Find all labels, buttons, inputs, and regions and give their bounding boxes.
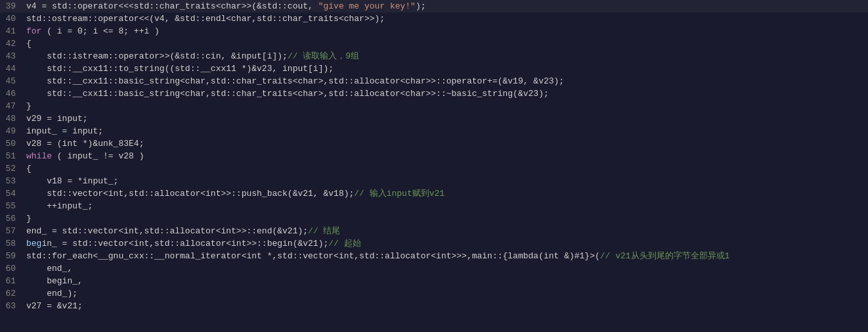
table-row: 44 std::__cxx11::to_string((std::__cxx11… (0, 62, 868, 75)
str-token: "give me your key!" (318, 1, 416, 11)
line-number: 61 (0, 275, 24, 287)
line-content: begin_, (24, 275, 868, 287)
table-row: 52{ (0, 162, 868, 175)
plain-token: } (26, 101, 32, 111)
kw-token: while (26, 151, 52, 161)
line-number: 46 (0, 87, 24, 100)
line-number: 58 (0, 237, 24, 250)
line-number: 60 (0, 262, 24, 275)
line-number: 49 (0, 125, 24, 137)
line-number: 56 (0, 212, 24, 225)
table-row: 41for ( i = 0; i <= 8; ++i ) (0, 25, 868, 37)
plain-token: std::ostream::operator<<(v4, &std::endl<… (26, 14, 385, 24)
line-number: 40 (0, 12, 24, 25)
line-content: v18 = *input_; (24, 175, 868, 187)
kw-token: for (26, 26, 41, 36)
plain-token: ( (41, 26, 56, 36)
code-viewer: 39v4 = std::operator<<<std::char_traits<… (0, 0, 868, 332)
line-content: end_); (24, 287, 868, 300)
line-number: 59 (0, 250, 24, 262)
line-number: 55 (0, 200, 24, 212)
table-row: 46 std::__cxx11::basic_string<char,std::… (0, 87, 868, 100)
line-content: v27 = &v21; (24, 300, 868, 312)
table-row: 43 std::istream::operator>>(&std::cin, &… (0, 50, 868, 62)
line-content: input_ = input; (24, 125, 868, 137)
line-number: 47 (0, 100, 24, 112)
line-content: { (24, 162, 868, 175)
table-row: 39v4 = std::operator<<<std::char_traits<… (0, 0, 868, 12)
table-row: 47} (0, 100, 868, 112)
plain-token: v28 = (int *)&unk_83E4; (26, 139, 144, 149)
table-row: 49input_ = input; (0, 125, 868, 137)
line-content: v29 = input; (24, 112, 868, 125)
cmt-cn-token: // 输入input赋到v21 (354, 189, 445, 199)
plain-token: ( input_ != v28 ) (52, 151, 144, 161)
plain-token: { (26, 39, 32, 49)
plain-token: std::istream::operator>>(&std::cin, &inp… (26, 51, 288, 61)
line-content: { (24, 37, 868, 50)
line-content: std::vector<int,std::allocator<int>>::pu… (24, 187, 868, 200)
plain-token: i = 0; i <= 8; ++i ) (57, 26, 160, 36)
table-row: 40std::ostream::operator<<(v4, &std::end… (0, 12, 868, 25)
table-row: 45 std::__cxx11::basic_string<char,std::… (0, 75, 868, 87)
line-content: end_ = std::vector<int,std::allocator<in… (24, 225, 868, 237)
cmt-cn-token: // 读取输入，9组 (288, 51, 359, 61)
table-row: 51while ( input_ != v28 ) (0, 150, 868, 162)
table-row: 61 begin_, (0, 275, 868, 287)
line-content: std::ostream::operator<<(v4, &std::endl<… (24, 12, 868, 25)
table-row: 55 ++input_; (0, 200, 868, 212)
line-number: 57 (0, 225, 24, 237)
plain-token: std::__cxx11::basic_string<char,std::cha… (26, 76, 564, 86)
line-content: ++input_; (24, 200, 868, 212)
table-row: 62 end_); (0, 287, 868, 300)
plain-token: in_ = std::vector<int,std::allocator<int… (41, 239, 328, 249)
line-content: std::__cxx11::basic_string<char,std::cha… (24, 87, 868, 100)
cmt-cn-token: // 结尾 (308, 226, 340, 236)
line-content: } (24, 212, 868, 225)
line-number: 53 (0, 175, 24, 187)
plain-token: v27 = &v21; (26, 301, 83, 311)
line-content: std::__cxx11::basic_string<char,std::cha… (24, 75, 868, 87)
line-number: 39 (0, 0, 24, 12)
cmt-cn-token: // v21从头到尾的字节全部异或1 (600, 251, 730, 261)
plain-token: v18 = *input_; (26, 176, 118, 186)
plain-token: std::__cxx11::basic_string<char,std::cha… (26, 89, 549, 99)
table-row: 58begin_ = std::vector<int,std::allocato… (0, 237, 868, 250)
plain-token: std::for_each<__gnu_cxx::__normal_iterat… (26, 251, 600, 261)
line-content: end_, (24, 262, 868, 275)
line-number: 41 (0, 25, 24, 37)
line-number: 51 (0, 150, 24, 162)
line-number: 44 (0, 62, 24, 75)
table-row: 56} (0, 212, 868, 225)
line-number: 43 (0, 50, 24, 62)
plain-token: ); (416, 1, 426, 11)
plain-token: end_); (26, 289, 77, 298)
line-number: 62 (0, 287, 24, 300)
line-number: 54 (0, 187, 24, 200)
line-number: 45 (0, 75, 24, 87)
plain-token: ++input_; (26, 201, 93, 211)
line-content: v28 = (int *)&unk_83E4; (24, 137, 868, 150)
line-number: 52 (0, 162, 24, 175)
table-row: 60 end_, (0, 262, 868, 275)
line-number: 63 (0, 300, 24, 312)
table-row: 63v27 = &v21; (0, 300, 868, 312)
line-content: while ( input_ != v28 ) (24, 150, 868, 162)
cmt-cn-token: // 起始 (328, 239, 360, 249)
line-content: v4 = std::operator<<<std::char_traits<ch… (24, 0, 868, 12)
table-row: 48v29 = input; (0, 112, 868, 125)
line-number: 48 (0, 112, 24, 125)
table-row: 54 std::vector<int,std::allocator<int>>:… (0, 187, 868, 200)
plain-token: v4 = std::operator<<<std::char_traits<ch… (26, 1, 318, 11)
plain-token: v29 = input; (26, 114, 88, 124)
line-content: std::for_each<__gnu_cxx::__normal_iterat… (24, 250, 868, 262)
line-number: 50 (0, 137, 24, 150)
table-row: 57end_ = std::vector<int,std::allocator<… (0, 225, 868, 237)
plain-token: } (26, 214, 32, 224)
line-content: for ( i = 0; i <= 8; ++i ) (24, 25, 868, 37)
plain-token: begin_, (26, 276, 83, 286)
table-row: 59std::for_each<__gnu_cxx::__normal_iter… (0, 250, 868, 262)
line-content: std::istream::operator>>(&std::cin, &inp… (24, 50, 868, 62)
line-content: } (24, 100, 868, 112)
table-row: 42{ (0, 37, 868, 50)
